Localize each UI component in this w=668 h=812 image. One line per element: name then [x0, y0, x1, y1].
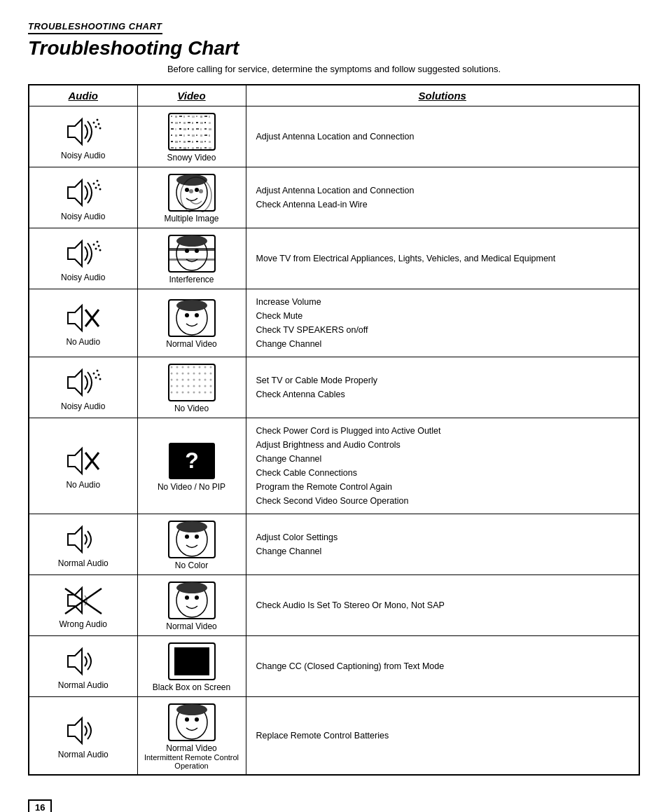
table-row: Wrong Audio Normal Video Check Audio Is …	[29, 575, 639, 636]
svg-rect-55	[204, 141, 206, 142]
solution-item: Change CC (Closed Captioning) from Text …	[256, 659, 629, 673]
svg-point-137	[193, 385, 195, 387]
svg-point-158	[185, 535, 189, 539]
video-cell: Black Box on Screen	[137, 636, 246, 697]
svg-rect-27	[171, 128, 174, 130]
audio-icon: Normal Audio	[34, 519, 133, 570]
svg-rect-46	[209, 135, 210, 137]
svg-point-68	[92, 183, 95, 185]
svg-point-84	[97, 245, 99, 247]
solutions-cell: Replace Remote Control Batteries	[246, 697, 639, 776]
solutions-cell: Change CC (Closed Captioning) from Text …	[246, 636, 639, 697]
svg-point-123	[204, 373, 206, 375]
svg-marker-171	[68, 718, 82, 743]
svg-rect-25	[204, 122, 206, 123]
svg-rect-65	[204, 147, 207, 149]
svg-rect-22	[192, 122, 193, 124]
video-label: No Video / No PIP	[158, 482, 225, 492]
audio-cell: Normal Audio	[29, 514, 137, 575]
video-cell: No Video	[137, 357, 246, 418]
svg-rect-15	[204, 116, 207, 117]
audio-icon: Noisy Audio	[34, 233, 133, 284]
svg-rect-30	[183, 128, 186, 130]
svg-point-136	[187, 385, 189, 387]
svg-rect-8	[175, 116, 177, 118]
audio-label: Normal Audio	[58, 750, 109, 759]
svg-rect-33	[196, 128, 199, 130]
table-row: Noisy Audio No Video Set TV or Cable Mod…	[29, 357, 639, 418]
table-row: Noisy Audio Snowy Video Adjust Antenna L…	[29, 106, 639, 167]
video-label: Interference	[169, 275, 214, 284]
video-cell: No Color	[137, 514, 246, 575]
svg-point-174	[176, 704, 207, 715]
video-cell: Normal Video Intermittent Remote Control…	[137, 697, 246, 776]
svg-rect-9	[179, 116, 182, 117]
solution-item: Adjust Antenna Location and Connection	[256, 130, 629, 144]
video-label: No Color	[175, 560, 208, 570]
svg-rect-54	[200, 141, 203, 143]
svg-rect-170	[174, 647, 209, 675]
table-row: Normal Audio No Color Adjust Color Setti…	[29, 514, 639, 575]
svg-rect-6	[169, 113, 215, 150]
solution-item: Change Channel	[256, 337, 629, 351]
svg-point-79	[189, 189, 193, 193]
svg-rect-39	[179, 135, 182, 136]
small-title: Troubleshooting Chart	[28, 21, 162, 34]
svg-rect-19	[179, 122, 181, 123]
svg-rect-50	[183, 141, 186, 143]
video-icon: ? No Video / No PIP	[142, 439, 242, 493]
svg-rect-18	[175, 122, 178, 124]
audio-label: Noisy Audio	[61, 273, 105, 282]
svg-rect-61	[188, 147, 189, 149]
video-icon: No Video	[142, 360, 242, 415]
svg-rect-10	[183, 116, 185, 118]
svg-point-107	[99, 378, 101, 380]
solution-item: Set TV or Cable Mode Properly	[256, 373, 629, 387]
solution-item: Adjust Brightness and Audio Controls	[256, 438, 629, 452]
svg-point-77	[195, 188, 199, 192]
svg-rect-31	[188, 128, 189, 130]
svg-point-69	[96, 180, 98, 182]
svg-marker-94	[68, 305, 82, 331]
solutions-cell: Adjust Antenna Location and ConnectionCh…	[246, 167, 639, 228]
svg-rect-66	[209, 147, 211, 149]
svg-point-109	[170, 366, 172, 369]
svg-point-1	[92, 122, 95, 124]
svg-point-80	[199, 189, 203, 193]
solution-item: Replace Remote Control Batteries	[256, 729, 629, 743]
svg-rect-56	[209, 141, 211, 143]
large-title: Troubleshooting Chart	[28, 37, 640, 60]
video-icon: Normal Video Intermittent Remote Control…	[142, 700, 242, 771]
svg-rect-45	[204, 135, 207, 136]
audio-label: No Audio	[66, 337, 100, 347]
video-cell: Interference	[137, 228, 246, 289]
audio-cell: Noisy Audio	[29, 357, 137, 418]
svg-rect-48	[175, 141, 178, 143]
svg-rect-24	[200, 122, 203, 124]
audio-cell: Normal Audio	[29, 636, 137, 697]
audio-icon: Normal Audio	[34, 641, 133, 691]
svg-point-147	[204, 392, 206, 394]
audio-label: Noisy Audio	[61, 401, 105, 411]
table-row: Normal Audio Normal Video Intermittent R…	[29, 697, 639, 776]
svg-point-141	[170, 392, 172, 394]
svg-rect-26	[209, 122, 211, 124]
svg-point-4	[95, 126, 97, 128]
svg-point-106	[95, 377, 97, 379]
svg-point-113	[193, 366, 195, 369]
svg-point-125	[170, 379, 172, 381]
svg-point-86	[99, 249, 101, 252]
svg-point-139	[204, 385, 206, 387]
svg-point-175	[185, 717, 189, 722]
svg-point-148	[209, 392, 211, 394]
svg-point-105	[97, 374, 99, 376]
svg-point-110	[176, 366, 178, 369]
svg-rect-11	[188, 116, 190, 117]
svg-rect-44	[200, 135, 202, 137]
svg-point-145	[193, 392, 195, 394]
solutions-cell: Check Power Cord is Plugged into Active …	[246, 418, 639, 514]
svg-rect-32	[192, 128, 194, 130]
svg-marker-81	[68, 241, 82, 266]
svg-point-140	[209, 385, 211, 387]
video-icon: Interference	[142, 231, 242, 286]
